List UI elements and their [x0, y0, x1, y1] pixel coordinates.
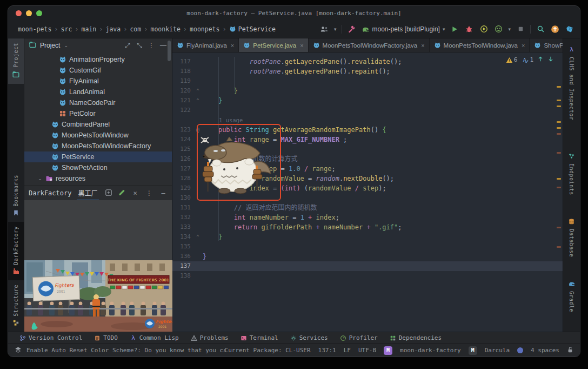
error-stripe-mark[interactable]: [557, 100, 561, 101]
toolwindow-button-darkfactory[interactable]: DarkFactory: [8, 222, 24, 281]
toolwindow-button-gradle[interactable]: Gradle: [563, 275, 580, 317]
edit-pencil-icon[interactable]: [118, 188, 125, 199]
fold-icon[interactable]: ⌃: [193, 232, 203, 242]
code-line-137[interactable]: 137: [172, 261, 563, 271]
next-problem-icon[interactable]: [547, 56, 554, 64]
code-line-136[interactable]: 136}: [172, 252, 563, 261]
close-tab-icon[interactable]: ×: [522, 42, 525, 49]
breadcrumb-item[interactable]: moon-pets: [18, 25, 51, 33]
run-button[interactable]: [450, 24, 459, 34]
toolwindow-button-structure[interactable]: Structure: [8, 280, 24, 332]
code-line-122[interactable]: 122: [172, 106, 563, 115]
color-scheme-dot[interactable]: [517, 347, 523, 353]
status-item[interactable]: 137:1: [318, 347, 336, 354]
collapse-icon[interactable]: ⤡: [135, 42, 144, 49]
breadcrumb-item[interactable]: java: [106, 25, 121, 33]
toolwindow-button-endpoints[interactable]: Endpoints: [563, 148, 580, 200]
collaborate-users-icon[interactable]: [319, 24, 329, 34]
error-stripe-mark[interactable]: [557, 86, 561, 88]
inspections-widget[interactable]: 6 A1: [506, 56, 554, 64]
tree-item-resources[interactable]: ⌄resources: [24, 173, 172, 184]
tree-item-landanimal[interactable]: LandAnimal: [24, 87, 172, 97]
error-stripe-mark[interactable]: [557, 106, 561, 107]
breadcrumb-leaf[interactable]: PetService: [229, 25, 276, 33]
darkfactory-tab[interactable]: 黑工厂: [77, 186, 98, 201]
error-stripe-mark[interactable]: [557, 121, 561, 123]
toolwindow-button-bookmarks[interactable]: Bookmarks: [8, 170, 24, 222]
toolwindow-button-common-lisp[interactable]: λCommon Lisp: [125, 332, 184, 344]
status-item[interactable]: moon-dark-factory: [400, 347, 461, 354]
code-editor[interactable]: 117 rootPane.getLayeredPane().revalidate…: [172, 52, 563, 332]
editor-tab-flyanimal.java[interactable]: FlyAnimal.java×: [172, 38, 239, 52]
tree-item-petservice[interactable]: PetService: [24, 151, 172, 162]
tree-item-flyanimal[interactable]: FlyAnimal: [24, 76, 172, 87]
code-line-132[interactable]: 132 int nameNumber = 1 + index;: [172, 213, 563, 222]
close-tab-icon[interactable]: ×: [300, 42, 303, 49]
code-line-133[interactable]: 133 return gifFolderPath + nameNumber + …: [172, 222, 563, 232]
editor-tab-moonpetstoolwindowfactory.java[interactable]: MoonPetsToolWindowFactory.java×: [309, 38, 430, 52]
status-item[interactable]: Darcula: [485, 347, 510, 354]
profiler-button[interactable]: [493, 24, 503, 34]
add-tab-icon[interactable]: [105, 188, 112, 199]
breadcrumb-item[interactable]: moonkite: [150, 25, 180, 33]
code-line-138[interactable]: 138: [172, 271, 563, 281]
status-item[interactable]: LF: [344, 347, 351, 354]
editor-tab-moonpetstoolwindow.java[interactable]: MoonPetsToolWindow.java×: [430, 38, 530, 52]
toolwindow-button-project[interactable]: Project: [8, 38, 24, 84]
tree-item-petcolor[interactable]: PetColor: [24, 108, 172, 119]
toolwindow-button-services[interactable]: Services: [285, 332, 333, 344]
status-badge[interactable]: M: [384, 346, 392, 355]
editor-tab-showpetaction.java[interactable]: ShowPetAction.java×: [530, 38, 563, 52]
error-stripe-mark[interactable]: [557, 227, 561, 228]
error-stripe-mark[interactable]: [557, 246, 561, 248]
code-line-117[interactable]: 117 rootPane.getLayeredPane().revalidate…: [172, 57, 563, 67]
code-line-119[interactable]: 119: [172, 76, 563, 86]
chevron-down-icon[interactable]: ⌄: [63, 43, 69, 48]
tree-item-combinedpanel[interactable]: CombinedPanel: [24, 119, 172, 130]
event-log-icon[interactable]: [15, 346, 22, 355]
toolwindow-button-todo[interactable]: TODO: [89, 332, 123, 344]
chevron-down-icon[interactable]: ⌄: [37, 176, 43, 181]
tree-item-moonpetstoolwindow[interactable]: MoonPetsToolWindow: [24, 130, 172, 141]
fold-icon[interactable]: ⌃: [193, 86, 203, 96]
code-line-121[interactable]: 121⌃ }: [172, 96, 563, 106]
build-hammer-icon[interactable]: [347, 24, 357, 34]
more-options-icon[interactable]: ⋮: [145, 189, 153, 197]
status-item[interactable]: Current Package: CL-USER: [225, 347, 311, 354]
stop-button[interactable]: [516, 24, 525, 34]
close-tab-icon[interactable]: ×: [231, 42, 234, 49]
fold-icon[interactable]: ⌃: [193, 96, 203, 106]
status-item[interactable]: UTF-8: [358, 347, 376, 354]
debug-button[interactable]: [464, 24, 474, 34]
prev-problem-icon[interactable]: [537, 56, 544, 64]
search-everywhere-icon[interactable]: [536, 24, 545, 34]
close-icon[interactable]: ×: [131, 189, 139, 197]
toolwindow-button-version-control[interactable]: Version Control: [15, 332, 87, 344]
lock-open-icon[interactable]: [567, 346, 573, 355]
hide-panel-icon[interactable]: —: [159, 189, 168, 197]
error-stripe-mark[interactable]: [557, 152, 561, 154]
more-options-icon[interactable]: ⋮: [147, 42, 156, 49]
code-line-134[interactable]: 134⌃ }: [172, 232, 563, 242]
editor-tab-petservice.java[interactable]: PetService.java×: [239, 38, 308, 52]
toolwindow-button-problems[interactable]: Problems: [186, 332, 233, 344]
breadcrumb-item[interactable]: main: [82, 25, 97, 33]
close-tab-icon[interactable]: ×: [421, 42, 424, 49]
status-item[interactable]: 4 spaces: [531, 347, 559, 354]
breadcrumb-item[interactable]: moonpets: [190, 25, 219, 33]
code-line-135[interactable]: 135: [172, 242, 563, 252]
hide-panel-icon[interactable]: —: [159, 42, 168, 49]
tree-item-moonpetstoolwindowfactory[interactable]: MoonPetsToolWindowFactory: [24, 141, 172, 151]
error-stripe-mark[interactable]: [557, 178, 561, 180]
tree-item-animationproperty[interactable]: AnimationProperty: [24, 54, 172, 65]
status-badge[interactable]: M: [469, 346, 477, 355]
error-stripe-mark[interactable]: [557, 187, 561, 188]
expand-icon[interactable]: ⤢: [123, 42, 132, 49]
ide-settings-icon[interactable]: [565, 24, 574, 34]
error-stripe-mark[interactable]: [557, 127, 561, 129]
tree-item-namecodepair[interactable]: NameCodePair: [24, 97, 172, 108]
run-with-coverage-button[interactable]: [479, 24, 489, 34]
code-line-118[interactable]: 118 rootPane.getLayeredPane().repaint();: [172, 67, 563, 76]
toolwindow-button-profiler[interactable]: Profiler: [335, 332, 383, 344]
tree-scrollbar[interactable]: [168, 41, 171, 61]
